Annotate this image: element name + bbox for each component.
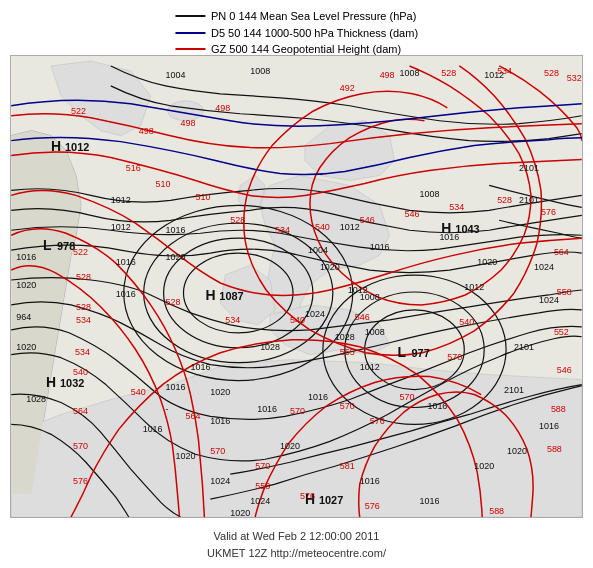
thickness-528c: 528 [76, 272, 91, 282]
contour-label-1016e: 1016 [360, 476, 380, 486]
thickness-576a: 576 [73, 476, 88, 486]
contour-label-2101c: 2101 [514, 342, 534, 352]
thickness-570d: 570 [340, 401, 355, 411]
thickness-588a: 588 [551, 404, 566, 414]
thickness-546a: 546 [557, 365, 572, 375]
label-L978: L [43, 237, 52, 253]
contour-label-2101a: 2101 [519, 163, 539, 173]
thickness-588c: 588 [489, 506, 504, 516]
thickness-570b: 570 [447, 352, 462, 362]
thickness-588b: 588 [547, 444, 562, 454]
thickness-546c: 546 [360, 215, 375, 225]
value-H1032: 1032 [60, 377, 84, 389]
label-H1043: H [441, 220, 451, 236]
thickness-510b: 510 [195, 192, 210, 202]
contour-label-1016p: 1016 [166, 382, 186, 392]
contour-label-1012g: 1012 [111, 222, 131, 232]
thickness-540e: 540 [315, 222, 330, 232]
contour-label-1004b: 1004 [308, 245, 328, 255]
thickness-528d: 528 [76, 302, 91, 312]
contour-label-1020k: 1020 [230, 508, 250, 517]
contour-label-1016a: 1016 [166, 225, 186, 235]
value-L977: 977 [412, 347, 430, 359]
thickness-498d: 498 [380, 70, 395, 80]
thickness-498b: 498 [181, 118, 196, 128]
thickness-558a: 558 [557, 287, 572, 297]
thickness-522a: 522 [71, 106, 86, 116]
contour-label-1008c: 1008 [419, 189, 439, 199]
thickness-528f: 528 [230, 215, 245, 225]
thickness-516: 516 [126, 163, 141, 173]
contour-label-1004: 1004 [166, 70, 186, 80]
legend-line-gz [175, 48, 205, 50]
thickness-498c: 498 [215, 103, 230, 113]
contour-label-1020a: 1020 [166, 252, 186, 262]
legend: PN 0 144 Mean Sea Level Pressure (hPa) D… [175, 8, 418, 58]
contour-label-1008e: 1008 [365, 327, 385, 337]
map-svg: 1004 1008 1008 1012 1012 1016 1016 1016 … [11, 56, 582, 517]
thickness-546d: 546 [405, 209, 420, 219]
contour-label-1028a: 1028 [335, 332, 355, 342]
contour-label-1016g: 1016 [539, 421, 559, 431]
label-L977: L [398, 344, 407, 360]
thickness-534c: 534 [75, 347, 90, 357]
legend-line-pn [175, 15, 205, 17]
value-H1043: 1043 [455, 223, 479, 235]
thickness-534e: 534 [275, 225, 290, 235]
contour-label-1024c: 1024 [305, 309, 325, 319]
contour-label-1016l: 1016 [210, 416, 230, 426]
thickness-576b: 576 [541, 207, 556, 217]
contour-label-1024d: 1024 [210, 476, 230, 486]
legend-item-pn: PN 0 144 Mean Sea Level Pressure (hPa) [175, 8, 416, 25]
label-H1087: H [205, 287, 215, 303]
thickness-564c: 564 [185, 411, 200, 421]
value-H1087: 1087 [219, 290, 243, 302]
footer-line1: Valid at Wed Feb 2 12:00:00 2011 [0, 528, 593, 546]
contour-label-1016d: 1016 [190, 362, 210, 372]
contour-label-1020b: 1020 [320, 262, 340, 272]
contour-label-1012f: 1012 [111, 195, 131, 205]
thickness-528b: 528 [544, 68, 559, 78]
contour-label-1016n: 1016 [116, 257, 136, 267]
thickness-570e: 570 [290, 406, 305, 416]
contour-label-1012e: 1012 [360, 362, 380, 372]
thickness-498: 498 [139, 126, 154, 136]
contour-label-1028b: 1028 [260, 342, 280, 352]
contour-label-1020c: 1020 [477, 257, 497, 267]
contour-label-1016b: 1016 [370, 242, 390, 252]
thickness-1032r: 532 [567, 73, 582, 83]
thickness-534f: 534 [449, 202, 464, 212]
contour-label-1024a: 1024 [534, 262, 554, 272]
thickness-552a: 552 [554, 327, 569, 337]
thickness-540b: 540 [290, 315, 305, 325]
contour-label-1016h: 1016 [16, 252, 36, 262]
contour-label-1012h: - [166, 404, 169, 414]
thickness-570a: 570 [73, 441, 88, 451]
thickness-534b: 534 [76, 315, 91, 325]
contour-label-1008d: 1008 [360, 292, 380, 302]
label-H1012: H [51, 138, 61, 154]
thickness-576c: 576 [370, 416, 385, 426]
contour-label-1016i: 1016 [427, 401, 447, 411]
thickness-558b: 558 [255, 481, 270, 491]
legend-label-pn: PN 0 144 Mean Sea Level Pressure (hPa) [211, 8, 416, 25]
value-H1012: 1012 [65, 141, 89, 153]
contour-label-1016f: 1016 [419, 496, 439, 506]
thickness-555: 555 [340, 347, 355, 357]
thickness-528g: 528 [497, 195, 512, 205]
contour-label-1020h: 1020 [16, 280, 36, 290]
contour-label-1016m: 1016 [143, 424, 163, 434]
chart-container: PN 0 144 Mean Sea Level Pressure (hPa) D… [0, 0, 593, 568]
footer: Valid at Wed Feb 2 12:00:00 2011 UKMET 1… [0, 528, 593, 563]
thickness-540a: 540 [73, 367, 88, 377]
thickness-528e: 528 [166, 297, 181, 307]
legend-item-d5: D5 50 144 1000-500 hPa Thickness (dam) [175, 25, 418, 42]
legend-line-d5 [175, 32, 205, 34]
contour-label-1020d: 1020 [210, 387, 230, 397]
contour-label-1020j: 1020 [280, 441, 300, 451]
contour-label-1012b: 1012 [340, 222, 360, 232]
thickness-534d: 534 [225, 315, 240, 325]
thickness-522b: 522 [73, 247, 88, 257]
thickness-570c: 570 [400, 392, 415, 402]
thickness-576d: 576 [300, 491, 315, 501]
